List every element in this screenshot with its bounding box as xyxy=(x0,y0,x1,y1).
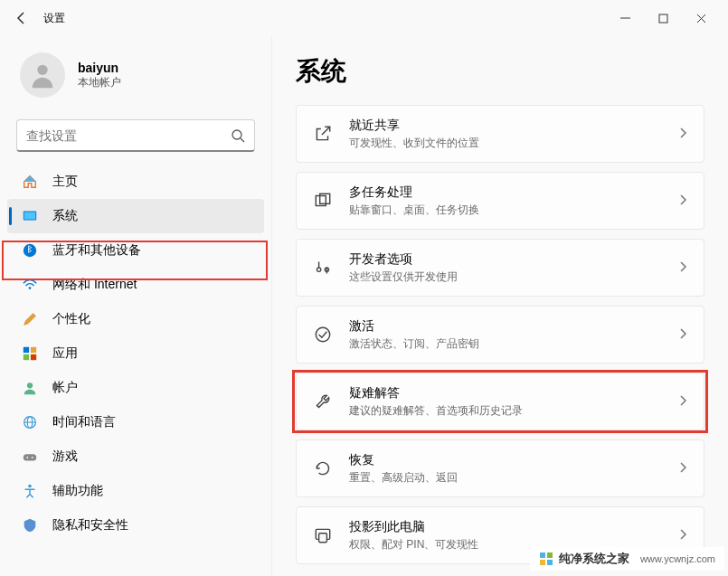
card-subtitle: 可发现性、收到文件的位置 xyxy=(349,136,678,151)
chevron-right-icon xyxy=(678,260,687,276)
sidebar-item-label: 隐私和安全性 xyxy=(52,517,128,534)
card-subtitle: 贴靠窗口、桌面、任务切换 xyxy=(349,203,678,218)
account-name: baiyun xyxy=(78,61,121,75)
sidebar-item-label: 应用 xyxy=(52,345,78,362)
game-icon xyxy=(22,449,38,465)
access-icon xyxy=(22,483,38,499)
system-icon xyxy=(22,208,38,224)
card-list: 就近共享可发现性、收到文件的位置多任务处理贴靠窗口、桌面、任务切换开发者选项这些… xyxy=(296,105,704,564)
sidebar-item-globe[interactable]: 时间和语言 xyxy=(7,405,264,439)
settings-card-recover[interactable]: 恢复重置、高级启动、返回 xyxy=(296,439,704,497)
page-title: 系统 xyxy=(296,54,704,89)
settings-card-multitask[interactable]: 多任务处理贴靠窗口、桌面、任务切换 xyxy=(296,172,704,230)
svg-rect-6 xyxy=(24,212,36,220)
sidebar-item-system[interactable]: 系统 xyxy=(7,199,264,233)
app-title: 设置 xyxy=(43,11,65,26)
account-block[interactable]: baiyun 本地帐户 xyxy=(7,45,264,116)
sidebar-item-label: 个性化 xyxy=(52,311,90,327)
bluetooth-icon xyxy=(22,242,38,259)
search-box[interactable] xyxy=(16,119,255,152)
apps-icon xyxy=(22,345,38,362)
window-controls xyxy=(614,7,721,29)
back-icon xyxy=(14,11,29,25)
sidebar-item-label: 辅助功能 xyxy=(52,483,103,499)
chevron-right-icon xyxy=(678,127,687,142)
chevron-right-icon xyxy=(678,194,687,209)
card-subtitle: 激活状态、订阅、产品密钥 xyxy=(349,336,678,352)
svg-point-19 xyxy=(32,457,33,458)
sidebar: baiyun 本地帐户 主页系统蓝牙和其他设备网络和 Internet个性化应用… xyxy=(0,36,271,576)
sidebar-item-label: 系统 xyxy=(52,208,78,224)
nav-list: 主页系统蓝牙和其他设备网络和 Internet个性化应用帐户时间和语言游戏辅助功… xyxy=(7,165,264,543)
share-icon xyxy=(313,124,333,144)
svg-point-20 xyxy=(28,485,32,488)
sidebar-item-label: 时间和语言 xyxy=(52,414,116,430)
card-title: 疑难解答 xyxy=(349,385,678,401)
svg-rect-28 xyxy=(540,560,545,565)
sidebar-item-bluetooth[interactable]: 蓝牙和其他设备 xyxy=(7,233,264,268)
settings-card-dev[interactable]: 开发者选项这些设置仅供开发使用 xyxy=(296,239,704,297)
globe-icon xyxy=(22,414,38,430)
svg-point-3 xyxy=(232,130,241,139)
svg-rect-25 xyxy=(319,534,327,543)
svg-rect-12 xyxy=(31,354,36,360)
settings-card-share[interactable]: 就近共享可发现性、收到文件的位置 xyxy=(296,105,704,163)
svg-rect-10 xyxy=(31,347,36,353)
card-title: 多任务处理 xyxy=(349,184,678,201)
svg-rect-11 xyxy=(24,354,29,360)
sidebar-item-wifi[interactable]: 网络和 Internet xyxy=(7,268,264,302)
svg-point-8 xyxy=(29,287,32,289)
card-subtitle: 重置、高级启动、返回 xyxy=(349,470,678,486)
sidebar-item-label: 帐户 xyxy=(52,380,78,396)
svg-rect-9 xyxy=(24,347,29,353)
account-type: 本地帐户 xyxy=(78,75,121,90)
sidebar-item-label: 游戏 xyxy=(52,449,78,465)
settings-card-check[interactable]: 激活激活状态、订阅、产品密钥 xyxy=(296,306,704,364)
project-icon xyxy=(313,525,333,545)
svg-rect-27 xyxy=(547,552,553,558)
svg-rect-17 xyxy=(24,454,36,460)
sidebar-item-brush[interactable]: 个性化 xyxy=(7,302,264,336)
sidebar-item-home[interactable]: 主页 xyxy=(7,165,264,199)
watermark: 纯净系统之家 www.ycwnjz.com xyxy=(530,547,724,571)
sidebar-item-label: 网络和 Internet xyxy=(52,277,137,293)
svg-point-18 xyxy=(26,457,28,458)
svg-rect-26 xyxy=(540,552,545,558)
chevron-right-icon xyxy=(678,461,687,477)
chevron-right-icon xyxy=(678,394,687,410)
sidebar-item-game[interactable]: 游戏 xyxy=(7,439,264,474)
search-input[interactable] xyxy=(26,128,231,143)
card-title: 开发者选项 xyxy=(349,251,678,268)
settings-card-wrench[interactable]: 疑难解答建议的疑难解答、首选项和历史记录 xyxy=(296,373,704,430)
minimize-button[interactable] xyxy=(614,7,636,29)
sidebar-item-privacy[interactable]: 隐私和安全性 xyxy=(7,508,264,543)
sidebar-item-user[interactable]: 帐户 xyxy=(7,371,264,405)
sidebar-item-label: 主页 xyxy=(52,174,78,190)
svg-point-13 xyxy=(27,382,33,388)
wrench-icon xyxy=(313,392,333,411)
card-title: 投影到此电脑 xyxy=(349,519,678,535)
avatar xyxy=(20,52,65,98)
back-button[interactable] xyxy=(7,4,36,33)
recover-icon xyxy=(313,458,333,478)
dev-icon xyxy=(313,258,333,278)
watermark-logo-icon xyxy=(539,552,553,566)
svg-rect-29 xyxy=(547,560,553,565)
close-button[interactable] xyxy=(690,7,712,29)
home-icon xyxy=(22,174,38,190)
sidebar-item-access[interactable]: 辅助功能 xyxy=(7,474,264,508)
svg-point-7 xyxy=(24,244,36,257)
card-subtitle: 建议的疑难解答、首选项和历史记录 xyxy=(349,403,678,419)
titlebar: 设置 xyxy=(0,0,728,36)
watermark-text: 纯净系统之家 xyxy=(559,551,629,567)
sidebar-item-apps[interactable]: 应用 xyxy=(7,336,264,371)
user-icon xyxy=(22,380,38,396)
sidebar-item-label: 蓝牙和其他设备 xyxy=(52,242,141,259)
check-icon xyxy=(313,325,333,345)
svg-point-23 xyxy=(316,327,329,341)
brush-icon xyxy=(22,311,38,327)
privacy-icon xyxy=(22,517,38,534)
maximize-button[interactable] xyxy=(652,7,674,29)
chevron-right-icon xyxy=(678,528,687,543)
card-title: 恢复 xyxy=(349,452,678,468)
